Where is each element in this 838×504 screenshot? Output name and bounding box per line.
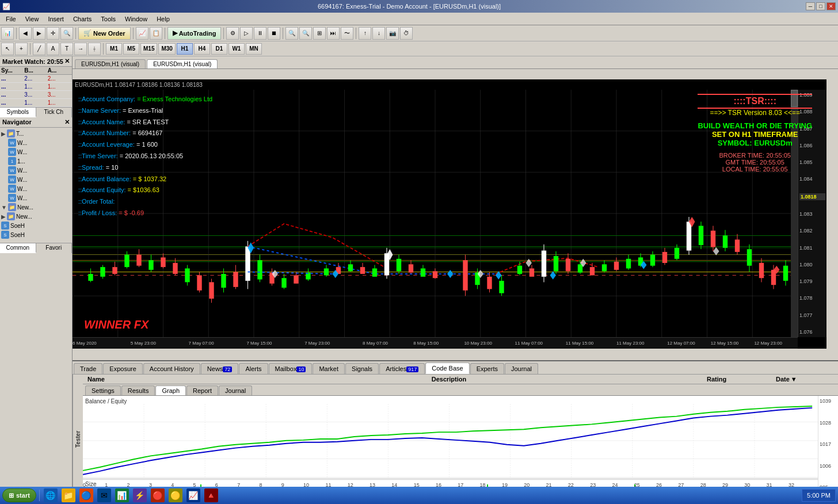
market-watch-row[interactable]: ... 1... 1... bbox=[0, 83, 72, 91]
close-button[interactable]: ✕ bbox=[826, 2, 836, 10]
text-button[interactable]: A bbox=[47, 43, 59, 55]
line-button[interactable]: ╱ bbox=[33, 43, 45, 55]
screenshot-button[interactable]: 📷 bbox=[386, 27, 399, 40]
nav-item[interactable]: ▶ 📁 T... bbox=[1, 129, 71, 138]
timer-button[interactable]: ⏱ bbox=[400, 27, 413, 40]
nav-item[interactable]: W W... bbox=[1, 138, 71, 147]
autotrading-button[interactable]: ▶ AutoTrading bbox=[167, 27, 222, 40]
tab-tick-chart[interactable]: Tick Ch bbox=[36, 108, 73, 117]
tick-button[interactable]: 〜 bbox=[341, 27, 353, 40]
fit-button[interactable]: ⊞ bbox=[313, 27, 326, 40]
tf-m15[interactable]: M15 bbox=[140, 43, 157, 55]
tab-trade[interactable]: Trade bbox=[74, 363, 102, 374]
maximize-button[interactable]: □ bbox=[816, 2, 825, 10]
taskbar-icon-app1[interactable]: ⚡ bbox=[133, 488, 147, 502]
taskbar-icon-folder[interactable]: 📁 bbox=[62, 488, 75, 502]
arrow-button[interactable]: → bbox=[74, 43, 87, 55]
start-button[interactable]: ⊞ start bbox=[2, 488, 36, 502]
taskbar-icon-app2[interactable]: 🔴 bbox=[151, 488, 165, 502]
market-watch-row[interactable]: ... 2... 2... bbox=[0, 75, 72, 83]
subtab-journal[interactable]: Journal bbox=[219, 385, 252, 395]
stop-button[interactable]: ⏹ bbox=[268, 27, 280, 40]
tf-m5[interactable]: M5 bbox=[123, 43, 139, 55]
tf-m30[interactable]: M30 bbox=[158, 43, 175, 55]
taskbar-icon-app4[interactable]: 🔺 bbox=[204, 488, 218, 502]
tf-mn[interactable]: MN bbox=[246, 43, 262, 55]
tester-panel-label[interactable]: Tester bbox=[73, 375, 83, 504]
tab-favori[interactable]: Favori bbox=[36, 243, 73, 253]
tab-alerts[interactable]: Alerts bbox=[239, 363, 268, 374]
nav-folder-soeh1[interactable]: S SoeH bbox=[1, 221, 71, 230]
taskbar-icon-ie[interactable]: 🌐 bbox=[44, 488, 58, 502]
sell-button[interactable]: ↓ bbox=[372, 27, 385, 40]
cursor-button[interactable]: ↖ bbox=[1, 43, 14, 55]
nav-folder-new2[interactable]: ▶ 📁 New... bbox=[1, 212, 71, 221]
nav-item[interactable]: W W... bbox=[1, 193, 71, 203]
tab-articles[interactable]: Articles917 bbox=[379, 363, 425, 374]
nav-item[interactable]: 1 1... bbox=[1, 156, 71, 166]
config-button[interactable]: ⚙ bbox=[226, 27, 239, 40]
chart-tab-2[interactable]: EURUSDm,H1 (visual) bbox=[147, 59, 218, 68]
zoom-chart-button[interactable]: 🔍 bbox=[285, 27, 298, 40]
fib-button[interactable]: ⟊ bbox=[88, 43, 101, 55]
forward-button[interactable]: ▶ bbox=[33, 27, 45, 40]
taskbar-icon-chrome[interactable]: 🔵 bbox=[79, 488, 93, 502]
menu-view[interactable]: View bbox=[21, 14, 44, 24]
tab-experts[interactable]: Experts bbox=[470, 363, 504, 374]
menu-help[interactable]: Help bbox=[152, 14, 174, 24]
tab-symbols[interactable]: Symbols bbox=[0, 108, 36, 117]
tab-mailbox[interactable]: Mailbox10 bbox=[269, 363, 313, 374]
template-button[interactable]: 📋 bbox=[150, 27, 162, 40]
nav-folder-new1[interactable]: ▼ 📁 New... bbox=[1, 203, 71, 212]
subtab-results[interactable]: Results bbox=[121, 385, 155, 395]
tab-news[interactable]: News72 bbox=[201, 363, 239, 374]
menu-charts[interactable]: Charts bbox=[68, 14, 96, 24]
zoomout-chart-button[interactable]: 🔍 bbox=[299, 27, 312, 40]
tab-code-base[interactable]: Code Base bbox=[425, 362, 469, 374]
taskbar-icon-mail[interactable]: ✉ bbox=[97, 488, 111, 502]
tf-m1[interactable]: M1 bbox=[106, 43, 122, 55]
close-market-watch-icon[interactable]: ✕ bbox=[64, 58, 70, 65]
nav-item[interactable]: W W... bbox=[1, 166, 71, 175]
tab-exposure[interactable]: Exposure bbox=[103, 363, 142, 374]
tf-w1[interactable]: W1 bbox=[228, 43, 245, 55]
tf-d1[interactable]: D1 bbox=[211, 43, 227, 55]
menu-tools[interactable]: Tools bbox=[96, 14, 120, 24]
next-button[interactable]: ⏭ bbox=[327, 27, 340, 40]
subtab-report[interactable]: Report bbox=[186, 385, 218, 395]
textbox-button[interactable]: T bbox=[60, 43, 73, 55]
subtab-settings[interactable]: Settings bbox=[85, 385, 121, 395]
tf-h4[interactable]: H4 bbox=[194, 43, 210, 55]
nav-item[interactable]: W W... bbox=[1, 147, 71, 156]
tab-signals[interactable]: Signals bbox=[345, 363, 379, 374]
nav-folder-soeh2[interactable]: S SoeH bbox=[1, 230, 71, 239]
close-navigator-icon[interactable]: ✕ bbox=[64, 119, 70, 126]
menu-window[interactable]: Window bbox=[120, 14, 152, 24]
tab-market[interactable]: Market bbox=[313, 363, 345, 374]
zoom-in-button[interactable]: 🔍 bbox=[60, 27, 73, 40]
tab-account-history[interactable]: Account History bbox=[143, 363, 200, 374]
crosshair2-button[interactable]: + bbox=[15, 43, 28, 55]
chart-canvas[interactable]: EURUSDm,H1 1.08147 1.08186 1.08136 1.081… bbox=[73, 79, 826, 349]
pause-button[interactable]: ⏸ bbox=[254, 27, 266, 40]
subtab-graph[interactable]: Graph bbox=[155, 385, 186, 395]
back-button[interactable]: ◀ bbox=[19, 27, 32, 40]
new-chart-button[interactable]: 📊 bbox=[1, 27, 14, 40]
nav-item[interactable]: W W... bbox=[1, 175, 71, 184]
play-button[interactable]: ▷ bbox=[240, 27, 253, 40]
indicator-button[interactable]: 📈 bbox=[136, 27, 148, 40]
market-watch-row[interactable]: ... 3... 3... bbox=[0, 91, 72, 99]
chart-tab-1[interactable]: EURUSDm,H1 (visual) bbox=[75, 59, 146, 68]
crosshair-button[interactable]: ✛ bbox=[47, 27, 59, 40]
market-watch-row[interactable]: ... 1... 1... bbox=[0, 99, 72, 107]
taskbar-icon-excel[interactable]: 📊 bbox=[115, 488, 129, 502]
new-order-button[interactable]: 🛒 New Order bbox=[78, 27, 131, 40]
tab-common[interactable]: Common bbox=[0, 243, 36, 253]
taskbar-icon-mt4[interactable]: 📈 bbox=[186, 488, 200, 502]
minimize-button[interactable]: ─ bbox=[806, 2, 815, 10]
tf-h1[interactable]: H1 bbox=[177, 43, 193, 55]
taskbar-icon-app3[interactable]: 🟡 bbox=[169, 488, 182, 502]
nav-item[interactable]: W W... bbox=[1, 184, 71, 193]
menu-insert[interactable]: Insert bbox=[43, 14, 68, 24]
tab-journal[interactable]: Journal bbox=[505, 363, 538, 374]
